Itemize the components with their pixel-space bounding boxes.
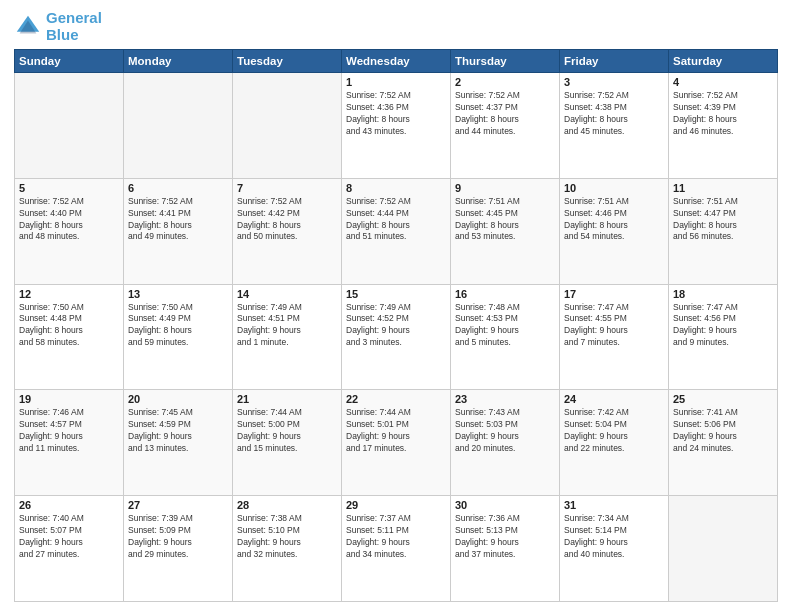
calendar-day-cell: 2Sunrise: 7:52 AM Sunset: 4:37 PM Daylig… [451, 73, 560, 179]
day-number: 3 [564, 76, 664, 88]
calendar-week-row: 19Sunrise: 7:46 AM Sunset: 4:57 PM Dayli… [15, 390, 778, 496]
day-info: Sunrise: 7:44 AM Sunset: 5:01 PM Dayligh… [346, 407, 446, 455]
day-number: 5 [19, 182, 119, 194]
logo-icon [14, 13, 42, 41]
day-number: 10 [564, 182, 664, 194]
day-info: Sunrise: 7:52 AM Sunset: 4:41 PM Dayligh… [128, 196, 228, 244]
day-number: 13 [128, 288, 228, 300]
weekday-header: Saturday [669, 50, 778, 73]
weekday-header: Sunday [15, 50, 124, 73]
calendar-day-cell: 12Sunrise: 7:50 AM Sunset: 4:48 PM Dayli… [15, 284, 124, 390]
calendar-day-cell: 22Sunrise: 7:44 AM Sunset: 5:01 PM Dayli… [342, 390, 451, 496]
calendar-day-cell: 11Sunrise: 7:51 AM Sunset: 4:47 PM Dayli… [669, 178, 778, 284]
day-number: 16 [455, 288, 555, 300]
calendar-day-cell: 6Sunrise: 7:52 AM Sunset: 4:41 PM Daylig… [124, 178, 233, 284]
calendar-day-cell: 21Sunrise: 7:44 AM Sunset: 5:00 PM Dayli… [233, 390, 342, 496]
day-number: 6 [128, 182, 228, 194]
day-number: 21 [237, 393, 337, 405]
day-info: Sunrise: 7:52 AM Sunset: 4:40 PM Dayligh… [19, 196, 119, 244]
day-info: Sunrise: 7:52 AM Sunset: 4:39 PM Dayligh… [673, 90, 773, 138]
calendar-day-cell: 29Sunrise: 7:37 AM Sunset: 5:11 PM Dayli… [342, 496, 451, 602]
calendar-day-cell: 26Sunrise: 7:40 AM Sunset: 5:07 PM Dayli… [15, 496, 124, 602]
day-info: Sunrise: 7:52 AM Sunset: 4:44 PM Dayligh… [346, 196, 446, 244]
calendar-day-cell [124, 73, 233, 179]
calendar-day-cell: 9Sunrise: 7:51 AM Sunset: 4:45 PM Daylig… [451, 178, 560, 284]
calendar-day-cell: 28Sunrise: 7:38 AM Sunset: 5:10 PM Dayli… [233, 496, 342, 602]
calendar-day-cell [233, 73, 342, 179]
day-number: 31 [564, 499, 664, 511]
day-info: Sunrise: 7:43 AM Sunset: 5:03 PM Dayligh… [455, 407, 555, 455]
day-number: 19 [19, 393, 119, 405]
calendar-day-cell: 30Sunrise: 7:36 AM Sunset: 5:13 PM Dayli… [451, 496, 560, 602]
header: General Blue [14, 10, 778, 43]
calendar-day-cell: 27Sunrise: 7:39 AM Sunset: 5:09 PM Dayli… [124, 496, 233, 602]
day-number: 12 [19, 288, 119, 300]
calendar-day-cell: 20Sunrise: 7:45 AM Sunset: 4:59 PM Dayli… [124, 390, 233, 496]
day-info: Sunrise: 7:47 AM Sunset: 4:55 PM Dayligh… [564, 302, 664, 350]
logo-text: General Blue [46, 10, 102, 43]
calendar-day-cell: 16Sunrise: 7:48 AM Sunset: 4:53 PM Dayli… [451, 284, 560, 390]
day-info: Sunrise: 7:48 AM Sunset: 4:53 PM Dayligh… [455, 302, 555, 350]
day-info: Sunrise: 7:50 AM Sunset: 4:49 PM Dayligh… [128, 302, 228, 350]
calendar-header-row: SundayMondayTuesdayWednesdayThursdayFrid… [15, 50, 778, 73]
calendar-day-cell: 19Sunrise: 7:46 AM Sunset: 4:57 PM Dayli… [15, 390, 124, 496]
calendar-day-cell [15, 73, 124, 179]
calendar-day-cell: 31Sunrise: 7:34 AM Sunset: 5:14 PM Dayli… [560, 496, 669, 602]
calendar-week-row: 12Sunrise: 7:50 AM Sunset: 4:48 PM Dayli… [15, 284, 778, 390]
day-number: 1 [346, 76, 446, 88]
day-number: 22 [346, 393, 446, 405]
day-number: 11 [673, 182, 773, 194]
day-number: 23 [455, 393, 555, 405]
day-info: Sunrise: 7:38 AM Sunset: 5:10 PM Dayligh… [237, 513, 337, 561]
calendar-day-cell: 25Sunrise: 7:41 AM Sunset: 5:06 PM Dayli… [669, 390, 778, 496]
weekday-header: Friday [560, 50, 669, 73]
day-number: 24 [564, 393, 664, 405]
day-info: Sunrise: 7:51 AM Sunset: 4:47 PM Dayligh… [673, 196, 773, 244]
calendar-table: SundayMondayTuesdayWednesdayThursdayFrid… [14, 49, 778, 602]
calendar-week-row: 26Sunrise: 7:40 AM Sunset: 5:07 PM Dayli… [15, 496, 778, 602]
calendar-day-cell [669, 496, 778, 602]
day-number: 14 [237, 288, 337, 300]
day-number: 26 [19, 499, 119, 511]
day-info: Sunrise: 7:52 AM Sunset: 4:38 PM Dayligh… [564, 90, 664, 138]
calendar-day-cell: 18Sunrise: 7:47 AM Sunset: 4:56 PM Dayli… [669, 284, 778, 390]
day-info: Sunrise: 7:34 AM Sunset: 5:14 PM Dayligh… [564, 513, 664, 561]
day-info: Sunrise: 7:47 AM Sunset: 4:56 PM Dayligh… [673, 302, 773, 350]
day-number: 25 [673, 393, 773, 405]
day-info: Sunrise: 7:52 AM Sunset: 4:42 PM Dayligh… [237, 196, 337, 244]
day-info: Sunrise: 7:52 AM Sunset: 4:36 PM Dayligh… [346, 90, 446, 138]
calendar-day-cell: 10Sunrise: 7:51 AM Sunset: 4:46 PM Dayli… [560, 178, 669, 284]
day-number: 30 [455, 499, 555, 511]
weekday-header: Thursday [451, 50, 560, 73]
day-info: Sunrise: 7:49 AM Sunset: 4:51 PM Dayligh… [237, 302, 337, 350]
day-number: 27 [128, 499, 228, 511]
day-info: Sunrise: 7:41 AM Sunset: 5:06 PM Dayligh… [673, 407, 773, 455]
calendar-day-cell: 1Sunrise: 7:52 AM Sunset: 4:36 PM Daylig… [342, 73, 451, 179]
weekday-header: Wednesday [342, 50, 451, 73]
calendar-day-cell: 13Sunrise: 7:50 AM Sunset: 4:49 PM Dayli… [124, 284, 233, 390]
day-info: Sunrise: 7:39 AM Sunset: 5:09 PM Dayligh… [128, 513, 228, 561]
day-info: Sunrise: 7:50 AM Sunset: 4:48 PM Dayligh… [19, 302, 119, 350]
day-number: 7 [237, 182, 337, 194]
day-info: Sunrise: 7:49 AM Sunset: 4:52 PM Dayligh… [346, 302, 446, 350]
day-number: 2 [455, 76, 555, 88]
day-number: 4 [673, 76, 773, 88]
day-number: 18 [673, 288, 773, 300]
day-info: Sunrise: 7:44 AM Sunset: 5:00 PM Dayligh… [237, 407, 337, 455]
calendar-day-cell: 7Sunrise: 7:52 AM Sunset: 4:42 PM Daylig… [233, 178, 342, 284]
day-number: 29 [346, 499, 446, 511]
calendar-day-cell: 15Sunrise: 7:49 AM Sunset: 4:52 PM Dayli… [342, 284, 451, 390]
day-info: Sunrise: 7:51 AM Sunset: 4:45 PM Dayligh… [455, 196, 555, 244]
day-info: Sunrise: 7:45 AM Sunset: 4:59 PM Dayligh… [128, 407, 228, 455]
calendar-week-row: 1Sunrise: 7:52 AM Sunset: 4:36 PM Daylig… [15, 73, 778, 179]
day-info: Sunrise: 7:46 AM Sunset: 4:57 PM Dayligh… [19, 407, 119, 455]
day-number: 15 [346, 288, 446, 300]
calendar-day-cell: 4Sunrise: 7:52 AM Sunset: 4:39 PM Daylig… [669, 73, 778, 179]
day-info: Sunrise: 7:52 AM Sunset: 4:37 PM Dayligh… [455, 90, 555, 138]
day-info: Sunrise: 7:51 AM Sunset: 4:46 PM Dayligh… [564, 196, 664, 244]
calendar-day-cell: 17Sunrise: 7:47 AM Sunset: 4:55 PM Dayli… [560, 284, 669, 390]
logo: General Blue [14, 10, 102, 43]
day-number: 8 [346, 182, 446, 194]
day-info: Sunrise: 7:36 AM Sunset: 5:13 PM Dayligh… [455, 513, 555, 561]
day-number: 9 [455, 182, 555, 194]
